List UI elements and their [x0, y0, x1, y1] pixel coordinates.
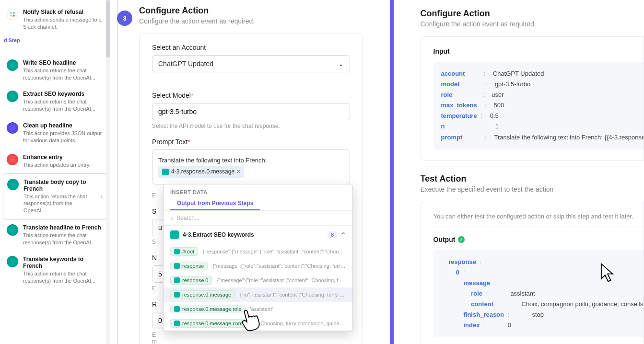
openai-icon [170, 230, 179, 239]
popover-subtab[interactable]: Output from Previous Steps [170, 197, 260, 210]
account-value: ChatGPT Updated [158, 60, 213, 68]
svg-point-0 [10, 12, 12, 14]
account-select[interactable]: ChatGPT Updated ⌄ [152, 55, 350, 72]
slack-icon [7, 9, 18, 20]
sidebar-item-extract-seo[interactable]: Extract SEO keywords This action returns… [3, 86, 107, 117]
sidebar-item-desc: This action provides JSON output for var… [23, 130, 103, 144]
sidebar-item-title: Enhance entry [23, 154, 103, 161]
test-action-heading: Test Action [421, 174, 644, 184]
sidebar-item-translate-keywords[interactable]: Translate keywords to French This action… [3, 251, 107, 289]
chip-icon [174, 321, 180, 326]
account-label: Select an Account [152, 44, 350, 51]
configure-action-sub: Configure the action event as required. [421, 20, 644, 28]
data-chip: response.0.message.content [170, 319, 254, 328]
popover-step-header[interactable]: 4-3.Extract SEO keywords 8 ⌃ [164, 226, 352, 244]
prompt-label: Prompt Text* [152, 138, 350, 146]
chip-icon [174, 306, 180, 312]
chip-icon [174, 249, 180, 254]
openai-icon [7, 59, 18, 71]
openai-icon [7, 256, 18, 267]
input-card: Input account : ChatGPT Updated model : … [421, 36, 644, 161]
sidebar-item-enhance[interactable]: Enhance entry This action updates an ent… [3, 149, 107, 173]
model-help: Select the API model to use for the chat… [152, 123, 350, 129]
chip-icon [174, 292, 180, 298]
sidebar-item-write-seo[interactable]: Write SEO headline This action returns t… [3, 55, 107, 86]
test-action-sub: Execute the specified event to test the … [421, 185, 644, 193]
data-preview: {"message":{"role":"assistant","content"… [217, 277, 346, 283]
popover-row[interactable]: response.0.message {"ro":"assistant","co… [164, 287, 352, 302]
model-input[interactable] [152, 103, 350, 120]
sidebar-item-slack[interactable]: Notify Slack of refusal This action send… [3, 4, 107, 35]
data-preview: 'assistant' [250, 306, 346, 312]
output-code: response : 0 : message : role : assistan… [433, 250, 644, 338]
sidebar-item-translate-headline[interactable]: Translate headline to French This action… [3, 219, 107, 251]
chevron-up-icon: ⌃ [341, 231, 346, 238]
sidebar-item-desc: This action returns the chat response(s)… [23, 98, 103, 113]
openai-icon [7, 91, 18, 102]
configure-action-sub: Configure the action event as required. [139, 17, 363, 25]
configure-action-heading: Configure Action [139, 6, 363, 16]
search-icon: ⌕ [170, 215, 174, 221]
entry-icon [7, 154, 18, 165]
svg-point-3 [13, 15, 15, 17]
popover-step-title: 4-3.Extract SEO keywords [183, 231, 324, 238]
output-label: Output [433, 236, 456, 243]
prompt-text-prefix: Translate the following text into French… [158, 157, 267, 164]
sidebar-item-desc: This action updates an entry. [23, 161, 103, 169]
step-connector-line [117, 0, 118, 344]
output-heading: Output ✓ [433, 236, 644, 243]
openai-icon [7, 179, 19, 190]
input-code: account : ChatGPT Updated model : gpt-3.… [433, 62, 644, 149]
sidebar-item-title: Clean up headline [23, 122, 103, 129]
popover-row[interactable]: response {"message":{"role":"assistant",… [164, 259, 352, 273]
prompt-label-text: Prompt Text [152, 138, 187, 146]
popover-row[interactable]: response.0.message.role 'assistant' [164, 302, 352, 316]
sidebar-item-title: Notify Slack of refusal [23, 9, 103, 15]
chip-icon [174, 263, 180, 269]
chip-icon [162, 169, 169, 175]
sidebar-item-title: Extract SEO keywords [23, 91, 103, 97]
chip-remove-icon[interactable]: × [237, 167, 240, 177]
data-preview: {"message":{"role":"assistant","content"… [212, 263, 346, 269]
popover-row[interactable]: response.0.message.content "Choosing, fu… [164, 316, 352, 331]
sidebar-item-desc: This action returns the chat response(s)… [23, 232, 103, 246]
popover-search[interactable]: ⌕ Search... [164, 211, 352, 226]
divider [433, 227, 644, 227]
sidebar-item-desc: This action returns the chat response(s)… [23, 67, 103, 81]
test-card: You can either test the configured actio… [421, 202, 644, 344]
popover-row[interactable]: #root {"response":{"message":{"role":"as… [164, 244, 352, 259]
add-step-button[interactable]: d Step [3, 35, 107, 45]
configure-action-heading: Configure Action [421, 9, 644, 19]
svg-point-1 [13, 12, 15, 14]
json-icon [7, 122, 18, 134]
input-heading: Input [433, 47, 644, 55]
sidebar-item-title: Translate keywords to French [23, 256, 103, 269]
popover-row[interactable]: response.0 {"message":{"role":"assistant… [164, 273, 352, 287]
model-label-text: Select Model [152, 92, 191, 99]
sidebar-item-title: Write SEO headline [23, 59, 103, 66]
data-preview: "Choosing, furry companion, guidance, ti… [258, 321, 346, 326]
right-pane: 3 4 Configure Action Configure the actio… [394, 0, 644, 344]
success-check-icon: ✓ [458, 236, 465, 243]
required-mark: * [191, 92, 193, 99]
prompt-textarea[interactable]: Translate the following text into French… [152, 149, 350, 184]
search-placeholder: Search... [176, 215, 199, 221]
popover-tab-heading: INSERT DATA [164, 184, 352, 195]
required-mark: * [187, 138, 190, 146]
scrollbar-thumb[interactable] [106, 0, 110, 57]
data-chip: response.0.message [170, 290, 235, 299]
sidebar-item-desc: This action returns the chat response(s)… [23, 270, 103, 285]
prompt-chip[interactable]: 4-3.response.0.message × [158, 166, 244, 178]
sidebar: Notify Slack of refusal This action send… [0, 0, 110, 344]
sidebar-item-translate-body[interactable]: Translate body copy to French This actio… [3, 173, 107, 220]
chip-label: 4-3.response.0.message [171, 167, 234, 177]
popover-count-badge: 8 [328, 231, 337, 238]
sidebar-item-clean-up[interactable]: Clean up headline This action provides J… [3, 117, 107, 149]
sidebar-item-title: Translate headline to French [23, 224, 103, 231]
sidebar-item-desc: This action returns the chat response(s)… [23, 193, 96, 215]
svg-point-2 [10, 15, 12, 17]
chevron-down-icon: ⌄ [338, 60, 344, 68]
data-chip: response.0 [170, 276, 212, 285]
data-chip: response.0.message.role [170, 305, 246, 313]
sidebar-item-desc: This action sends a message to a Slack c… [23, 16, 103, 31]
